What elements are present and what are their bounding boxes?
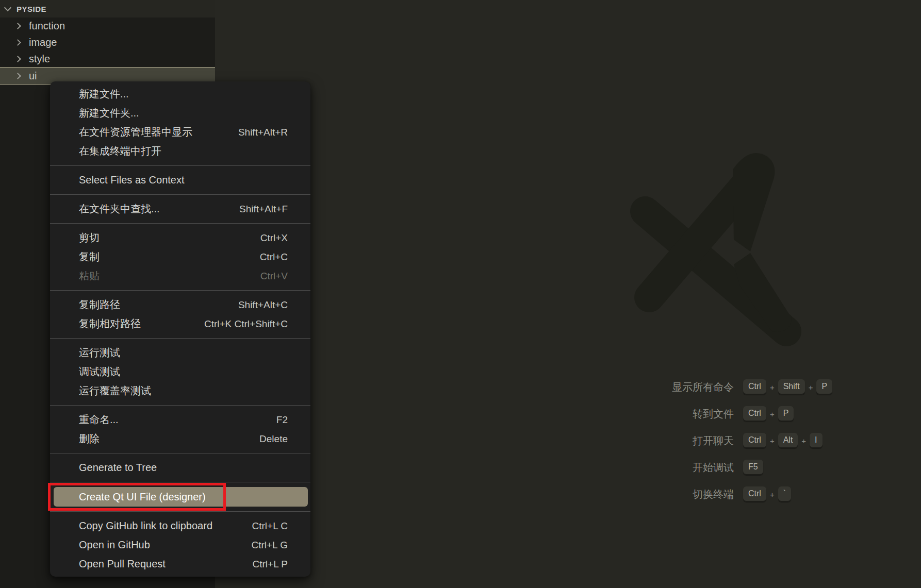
menu-item-shortcut: Ctrl+L P [253,559,288,570]
watermark-label: 开始调试 [526,461,734,475]
tree-item-label: image [29,37,57,48]
menu-item-shortcut: Ctrl+L C [252,520,288,532]
menu-item-open-in-integrated-terminal[interactable]: 在集成终端中打开 [50,142,310,161]
menu-item-label: 新建文件... [79,87,129,101]
menu-item-copy-path[interactable]: 复制路径Shift+Alt+C [50,295,310,314]
keycap: Ctrl [743,379,766,395]
menu-item-label: 粘贴 [79,269,100,283]
watermark-keys: F5 [743,460,763,475]
keycap: Shift [778,379,805,395]
menu-item-label: Open in GitHub [79,539,150,551]
watermark-label: 显示所有命令 [526,380,734,394]
vscode-window: 显示所有命令Ctrl+Shift+P转到文件Ctrl+P打开聊天Ctrl+Alt… [0,0,921,588]
menu-item-label: 复制相对路径 [79,317,141,331]
chevron-down-icon [4,4,11,11]
menu-item-open-in-github[interactable]: Open in GitHubCtrl+L G [50,535,310,555]
menu-item-label: 在集成终端中打开 [79,144,161,158]
menu-item-copy-github-link[interactable]: Copy GitHub link to clipboardCtrl+L C [50,516,310,535]
watermark-row-show-all-commands: 显示所有命令Ctrl+Shift+P [526,374,815,400]
tree-item-label: ui [29,70,37,82]
menu-separator [50,453,310,453]
menu-separator [50,405,310,406]
explorer-section-header[interactable]: PYSIDE [0,0,215,18]
plus-separator: + [770,436,775,445]
watermark-keys: Ctrl+Shift+P [743,379,832,395]
menu-item-shortcut: Delete [259,433,288,445]
menu-item-select-files-as-context[interactable]: Select Files as Context [50,171,310,190]
plus-separator: + [770,383,775,392]
menu-item-new-folder[interactable]: 新建文件夹... [50,104,310,123]
menu-item-shortcut: Shift+Alt+C [238,299,288,311]
menu-item-shortcut: Ctrl+X [260,232,288,244]
menu-separator [50,165,310,166]
menu-item-shortcut: Shift+Alt+R [238,127,288,138]
menu-item-shortcut: Ctrl+C [260,251,288,263]
menu-separator [50,290,310,291]
menu-item-label: 删除 [79,432,100,446]
watermark-row-open-chat: 打开聊天Ctrl+Alt+I [526,427,815,454]
menu-item-create-qt-ui-file[interactable]: Create Qt UI File (designer) [54,487,308,507]
menu-item-label: 剪切 [79,231,100,245]
menu-item-cut[interactable]: 剪切Ctrl+X [50,228,310,247]
menu-separator [50,223,310,224]
menu-item-label: Select Files as Context [79,174,185,186]
tree-item-image[interactable]: image [0,34,215,51]
menu-item-delete[interactable]: 删除Delete [50,429,310,448]
context-menu: 新建文件...新建文件夹...在文件资源管理器中显示Shift+Alt+R在集成… [50,81,310,577]
keycap: I [810,433,822,448]
menu-item-new-file[interactable]: 新建文件... [50,85,310,104]
menu-item-label: 调试测试 [79,365,120,379]
keycap: Ctrl [743,433,766,448]
menu-item-shortcut: Ctrl+V [260,271,288,282]
keycap: ` [778,486,791,502]
menu-item-label: 运行测试 [79,346,120,360]
menu-item-run-tests[interactable]: 运行测试 [50,343,310,362]
menu-item-debug-tests[interactable]: 调试测试 [50,362,310,381]
menu-item-shortcut: Shift+Alt+F [239,204,288,215]
watermark-shortcuts: 显示所有命令Ctrl+Shift+P转到文件Ctrl+P打开聊天Ctrl+Alt… [526,374,815,508]
menu-item-label: 在文件资源管理器中显示 [79,125,192,139]
chevron-right-icon [14,73,21,79]
menu-item-label: 新建文件夹... [79,106,139,120]
menu-item-run-tests-with-coverage[interactable]: 运行覆盖率测试 [50,381,310,400]
watermark-keys: Ctrl+` [743,486,791,502]
menu-item-reveal-in-file-explorer[interactable]: 在文件资源管理器中显示Shift+Alt+R [50,123,310,142]
chevron-right-icon [14,39,21,46]
plus-separator: + [770,490,775,499]
menu-item-generate-to-tree[interactable]: Generate to Tree [50,458,310,477]
menu-item-label: 在文件夹中查找... [79,202,160,216]
menu-item-find-in-folder[interactable]: 在文件夹中查找...Shift+Alt+F [50,199,310,219]
watermark-label: 转到文件 [526,407,734,421]
menu-item-copy-relative-path[interactable]: 复制相对路径Ctrl+K Ctrl+Shift+C [50,314,310,333]
watermark-row-go-to-file: 转到文件Ctrl+P [526,400,815,427]
menu-item-open-pull-request[interactable]: Open Pull RequestCtrl+L P [50,555,310,574]
menu-item-copy[interactable]: 复制Ctrl+C [50,247,310,266]
menu-item-paste: 粘贴Ctrl+V [50,266,310,285]
watermark-label: 切换终端 [526,488,734,501]
watermark-keys: Ctrl+Alt+I [743,433,823,448]
watermark-label: 打开聊天 [526,434,734,448]
menu-separator [50,194,310,195]
vscode-logo-watermark [616,126,802,348]
menu-separator [50,338,310,339]
menu-separator [50,511,310,512]
tree-item-label: style [29,53,50,65]
menu-item-shortcut: Ctrl+L G [251,540,288,551]
keycap: Alt [778,433,798,448]
tree-item-function[interactable]: function [0,18,215,34]
menu-item-label: Create Qt UI File (designer) [79,491,206,503]
menu-item-label: 复制 [79,250,100,264]
menu-item-label: Copy GitHub link to clipboard [79,520,212,532]
plus-separator: + [801,436,806,445]
plus-separator: + [809,383,813,392]
menu-item-label: 运行覆盖率测试 [79,384,151,398]
watermark-row-start-debugging: 开始调试F5 [526,454,815,481]
menu-item-rename[interactable]: 重命名...F2 [50,410,310,429]
menu-item-shortcut: Ctrl+K Ctrl+Shift+C [204,318,288,330]
keycap: Ctrl [743,406,766,422]
plus-separator: + [770,410,775,418]
tree-item-style[interactable]: style [0,51,215,67]
menu-item-shortcut: F2 [276,414,288,426]
watermark-keys: Ctrl+P [743,406,794,422]
keycap: P [778,406,794,422]
